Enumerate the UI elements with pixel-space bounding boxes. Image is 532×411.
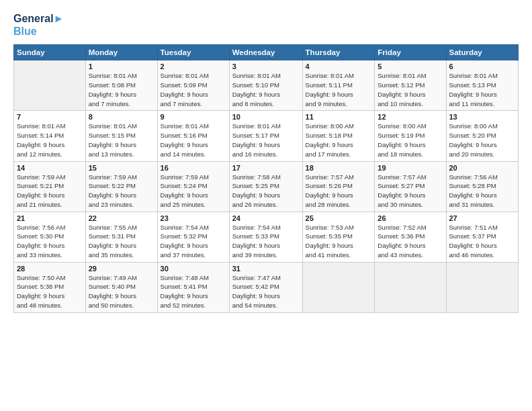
day-number: 13	[449, 113, 516, 121]
day-number: 16	[161, 164, 226, 172]
day-cell: 8Sunrise: 8:01 AMSunset: 5:15 PMDaylight…	[85, 111, 157, 161]
weekday-header-row: SundayMondayTuesdayWednesdayThursdayFrid…	[14, 45, 519, 60]
day-info: Sunrise: 7:52 AMSunset: 5:36 PMDaylight:…	[378, 223, 443, 260]
day-info: Sunrise: 7:55 AMSunset: 5:31 PMDaylight:…	[89, 223, 154, 260]
day-info: Sunrise: 7:49 AMSunset: 5:40 PMDaylight:…	[89, 273, 154, 310]
day-number: 15	[89, 164, 154, 172]
day-info: Sunrise: 8:01 AMSunset: 5:08 PMDaylight:…	[89, 71, 154, 108]
day-cell: 31Sunrise: 7:47 AMSunset: 5:42 PMDayligh…	[229, 262, 302, 312]
day-info: Sunrise: 7:50 AMSunset: 5:38 PMDaylight:…	[17, 273, 83, 310]
day-cell: 4Sunrise: 8:01 AMSunset: 5:11 PMDaylight…	[302, 60, 375, 111]
week-row-2: 7Sunrise: 8:01 AMSunset: 5:14 PMDaylight…	[14, 111, 519, 161]
day-cell: 24Sunrise: 7:54 AMSunset: 5:33 PMDayligh…	[229, 212, 302, 262]
day-cell	[446, 262, 519, 312]
day-cell: 22Sunrise: 7:55 AMSunset: 5:31 PMDayligh…	[85, 212, 157, 262]
day-cell: 21Sunrise: 7:56 AMSunset: 5:30 PMDayligh…	[14, 212, 86, 262]
week-row-5: 28Sunrise: 7:50 AMSunset: 5:38 PMDayligh…	[14, 262, 519, 312]
day-cell: 6Sunrise: 8:01 AMSunset: 5:13 PMDaylight…	[446, 60, 519, 111]
day-number: 20	[449, 164, 516, 172]
day-cell	[302, 262, 375, 312]
day-info: Sunrise: 7:56 AMSunset: 5:28 PMDaylight:…	[449, 173, 516, 210]
day-number: 18	[306, 164, 372, 172]
day-number: 6	[449, 62, 516, 71]
day-info: Sunrise: 8:01 AMSunset: 5:16 PMDaylight:…	[161, 122, 226, 158]
logo-text-general: General►	[13, 12, 64, 25]
weekday-header-friday: Friday	[375, 45, 446, 60]
day-info: Sunrise: 8:00 AMSunset: 5:18 PMDaylight:…	[306, 122, 372, 158]
day-number: 28	[17, 265, 83, 273]
logo-text-blue: Blue	[13, 25, 64, 38]
day-number: 14	[17, 164, 83, 172]
day-number: 30	[161, 265, 226, 273]
day-info: Sunrise: 7:53 AMSunset: 5:35 PMDaylight:…	[306, 223, 372, 260]
day-cell: 11Sunrise: 8:00 AMSunset: 5:18 PMDayligh…	[302, 111, 375, 161]
day-info: Sunrise: 8:00 AMSunset: 5:19 PMDaylight:…	[378, 122, 443, 158]
day-info: Sunrise: 7:56 AMSunset: 5:30 PMDaylight:…	[17, 223, 83, 260]
calendar-table: SundayMondayTuesdayWednesdayThursdayFrid…	[13, 44, 519, 312]
day-number: 12	[378, 113, 443, 121]
day-cell: 26Sunrise: 7:52 AMSunset: 5:36 PMDayligh…	[375, 212, 446, 262]
day-number: 3	[232, 62, 300, 71]
day-number: 2	[161, 62, 226, 71]
day-cell: 9Sunrise: 8:01 AMSunset: 5:16 PMDaylight…	[157, 111, 229, 161]
day-info: Sunrise: 8:01 AMSunset: 5:11 PMDaylight:…	[306, 71, 372, 108]
day-number: 4	[306, 62, 372, 71]
day-cell: 10Sunrise: 8:01 AMSunset: 5:17 PMDayligh…	[229, 111, 302, 161]
day-cell: 27Sunrise: 7:51 AMSunset: 5:37 PMDayligh…	[446, 212, 519, 262]
day-number: 19	[378, 164, 443, 172]
day-cell: 23Sunrise: 7:54 AMSunset: 5:32 PMDayligh…	[157, 212, 229, 262]
day-cell: 13Sunrise: 8:00 AMSunset: 5:20 PMDayligh…	[446, 111, 519, 161]
day-cell	[375, 262, 446, 312]
day-number: 7	[17, 113, 83, 121]
day-info: Sunrise: 7:48 AMSunset: 5:41 PMDaylight:…	[161, 273, 226, 310]
day-info: Sunrise: 8:01 AMSunset: 5:13 PMDaylight:…	[449, 71, 516, 108]
day-cell: 2Sunrise: 8:01 AMSunset: 5:09 PMDaylight…	[157, 60, 229, 111]
weekday-header-thursday: Thursday	[302, 45, 375, 60]
day-cell	[14, 60, 86, 111]
day-number: 5	[378, 62, 443, 71]
week-row-4: 21Sunrise: 7:56 AMSunset: 5:30 PMDayligh…	[14, 212, 519, 262]
day-cell: 17Sunrise: 7:58 AMSunset: 5:25 PMDayligh…	[229, 161, 302, 212]
day-number: 24	[232, 214, 300, 222]
day-info: Sunrise: 8:01 AMSunset: 5:09 PMDaylight:…	[161, 71, 226, 108]
day-info: Sunrise: 7:47 AMSunset: 5:42 PMDaylight:…	[232, 273, 300, 310]
day-number: 26	[378, 214, 443, 222]
week-row-3: 14Sunrise: 7:59 AMSunset: 5:21 PMDayligh…	[14, 161, 519, 212]
day-cell: 16Sunrise: 7:59 AMSunset: 5:24 PMDayligh…	[157, 161, 229, 212]
day-info: Sunrise: 7:59 AMSunset: 5:24 PMDaylight:…	[161, 173, 226, 210]
weekday-header-monday: Monday	[85, 45, 157, 60]
day-info: Sunrise: 8:01 AMSunset: 5:10 PMDaylight:…	[232, 71, 300, 108]
day-cell: 20Sunrise: 7:56 AMSunset: 5:28 PMDayligh…	[446, 161, 519, 212]
day-cell: 28Sunrise: 7:50 AMSunset: 5:38 PMDayligh…	[14, 262, 86, 312]
day-cell: 30Sunrise: 7:48 AMSunset: 5:41 PMDayligh…	[157, 262, 229, 312]
logo: General► Blue	[13, 12, 64, 38]
day-number: 1	[89, 62, 154, 71]
weekday-header-sunday: Sunday	[14, 45, 86, 60]
weekday-header-tuesday: Tuesday	[157, 45, 229, 60]
day-info: Sunrise: 7:54 AMSunset: 5:32 PMDaylight:…	[161, 223, 226, 260]
day-info: Sunrise: 7:54 AMSunset: 5:33 PMDaylight:…	[232, 223, 300, 260]
week-row-1: 1Sunrise: 8:01 AMSunset: 5:08 PMDaylight…	[14, 60, 519, 111]
day-number: 9	[161, 113, 226, 121]
day-number: 31	[232, 265, 300, 273]
day-cell: 12Sunrise: 8:00 AMSunset: 5:19 PMDayligh…	[375, 111, 446, 161]
weekday-header-saturday: Saturday	[446, 45, 519, 60]
day-cell: 29Sunrise: 7:49 AMSunset: 5:40 PMDayligh…	[85, 262, 157, 312]
day-info: Sunrise: 8:01 AMSunset: 5:14 PMDaylight:…	[17, 122, 83, 158]
day-info: Sunrise: 8:01 AMSunset: 5:17 PMDaylight:…	[232, 122, 300, 158]
day-number: 21	[17, 214, 83, 222]
day-info: Sunrise: 7:51 AMSunset: 5:37 PMDaylight:…	[449, 223, 516, 260]
day-cell: 15Sunrise: 7:59 AMSunset: 5:22 PMDayligh…	[85, 161, 157, 212]
header: General► Blue	[13, 12, 519, 38]
day-number: 29	[89, 265, 154, 273]
day-number: 8	[89, 113, 154, 121]
day-cell: 1Sunrise: 8:01 AMSunset: 5:08 PMDaylight…	[85, 60, 157, 111]
day-info: Sunrise: 8:01 AMSunset: 5:12 PMDaylight:…	[378, 71, 443, 108]
day-cell: 7Sunrise: 8:01 AMSunset: 5:14 PMDaylight…	[14, 111, 86, 161]
day-number: 17	[232, 164, 300, 172]
day-info: Sunrise: 7:59 AMSunset: 5:21 PMDaylight:…	[17, 173, 83, 210]
day-cell: 18Sunrise: 7:57 AMSunset: 5:26 PMDayligh…	[302, 161, 375, 212]
day-cell: 5Sunrise: 8:01 AMSunset: 5:12 PMDaylight…	[375, 60, 446, 111]
day-number: 25	[306, 214, 372, 222]
day-cell: 25Sunrise: 7:53 AMSunset: 5:35 PMDayligh…	[302, 212, 375, 262]
